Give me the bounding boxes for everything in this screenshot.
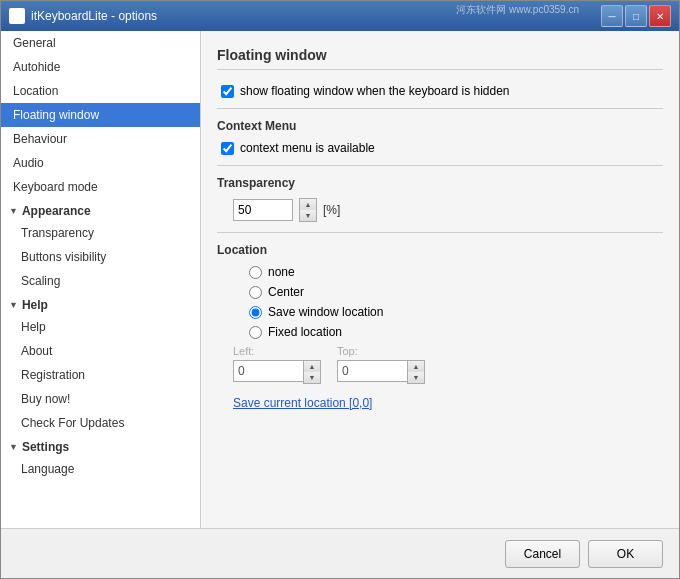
radio-save-window-row: Save window location <box>249 305 663 319</box>
show-floating-checkbox[interactable] <box>221 85 234 98</box>
sidebar-item-location[interactable]: Location <box>1 79 200 103</box>
top-coord-item: Top: 0 ▲ ▼ <box>337 345 425 384</box>
transparency-arrows: ▲ ▼ <box>299 198 317 222</box>
close-button[interactable]: ✕ <box>649 5 671 27</box>
ok-button[interactable]: OK <box>588 540 663 568</box>
transparency-input[interactable]: 50 <box>233 199 293 221</box>
radio-save-window[interactable] <box>249 306 262 319</box>
radio-fixed[interactable] <box>249 326 262 339</box>
sidebar-item-scaling[interactable]: Scaling <box>1 269 200 293</box>
location-group-label: Location <box>217 243 663 257</box>
sidebar-section-help-label: Help <box>22 298 48 312</box>
sidebar-section-help: ▼ Help <box>1 293 200 315</box>
radio-fixed-label: Fixed location <box>268 325 342 339</box>
left-coord-arrows: ▲ ▼ <box>303 360 321 384</box>
sidebar-item-buy-now[interactable]: Buy now! <box>1 387 200 411</box>
top-coord-input-wrap: 0 ▲ ▼ <box>337 360 425 384</box>
sidebar-item-check-updates[interactable]: Check For Updates <box>1 411 200 435</box>
radio-center-label: Center <box>268 285 304 299</box>
divider-1 <box>217 108 663 109</box>
sidebar-item-registration[interactable]: Registration <box>1 363 200 387</box>
sidebar-item-floating-window[interactable]: Floating window <box>1 103 200 127</box>
top-coord-down[interactable]: ▼ <box>408 372 424 383</box>
top-coord-input[interactable]: 0 <box>337 360 407 382</box>
sidebar-item-language[interactable]: Language <box>1 457 200 481</box>
context-menu-row: context menu is available <box>221 141 663 155</box>
transparency-group-label: Transparency <box>217 176 663 190</box>
transparency-down-arrow[interactable]: ▼ <box>300 210 316 221</box>
top-coord-arrows: ▲ ▼ <box>407 360 425 384</box>
top-coord-up[interactable]: ▲ <box>408 361 424 372</box>
watermark: 河东软件网 www.pc0359.cn <box>456 3 579 17</box>
divider-2 <box>217 165 663 166</box>
transparency-spinner-group: 50 ▲ ▼ [%] <box>233 198 663 222</box>
content-area: Floating window show floating window whe… <box>201 31 679 528</box>
cancel-button[interactable]: Cancel <box>505 540 580 568</box>
show-floating-row: show floating window when the keyboard i… <box>221 84 663 98</box>
show-floating-label: show floating window when the keyboard i… <box>240 84 510 98</box>
sidebar-section-appearance-label: Appearance <box>22 204 91 218</box>
left-coord-label: Left: <box>233 345 321 357</box>
sidebar-item-about[interactable]: About <box>1 339 200 363</box>
sidebar-item-autohide[interactable]: Autohide <box>1 55 200 79</box>
sidebar-section-settings-label: Settings <box>22 440 69 454</box>
radio-fixed-row: Fixed location <box>249 325 663 339</box>
sidebar-item-audio[interactable]: Audio <box>1 151 200 175</box>
context-menu-label: context menu is available <box>240 141 375 155</box>
save-current-location-link[interactable]: Save current location [0,0] <box>233 396 372 410</box>
radio-none-label: none <box>268 265 295 279</box>
sidebar-item-behaviour[interactable]: Behaviour <box>1 127 200 151</box>
collapse-triangle-settings: ▼ <box>9 442 18 452</box>
main-content: General Autohide Location Floating windo… <box>1 31 679 528</box>
footer: Cancel OK <box>1 528 679 578</box>
transparency-unit: [%] <box>323 203 340 217</box>
location-options: none Center Save window location Fixed l… <box>233 265 663 339</box>
sidebar-item-keyboard-mode[interactable]: Keyboard mode <box>1 175 200 199</box>
radio-none-row: none <box>249 265 663 279</box>
sidebar-item-transparency[interactable]: Transparency <box>1 221 200 245</box>
transparency-up-arrow[interactable]: ▲ <box>300 199 316 210</box>
sidebar-item-general[interactable]: General <box>1 31 200 55</box>
context-menu-checkbox[interactable] <box>221 142 234 155</box>
sidebar-item-help[interactable]: Help <box>1 315 200 339</box>
app-icon <box>9 8 25 24</box>
minimize-button[interactable]: ─ <box>601 5 623 27</box>
sidebar-item-buttons-visibility[interactable]: Buttons visibility <box>1 245 200 269</box>
sidebar-section-settings: ▼ Settings <box>1 435 200 457</box>
titlebar: itKeyboardLite - options 河东软件网 www.pc035… <box>1 1 679 31</box>
radio-center-row: Center <box>249 285 663 299</box>
top-coord-label: Top: <box>337 345 425 357</box>
context-menu-group-label: Context Menu <box>217 119 663 133</box>
left-coord-up[interactable]: ▲ <box>304 361 320 372</box>
divider-3 <box>217 232 663 233</box>
radio-center[interactable] <box>249 286 262 299</box>
left-coord-down[interactable]: ▼ <box>304 372 320 383</box>
collapse-triangle-help: ▼ <box>9 300 18 310</box>
radio-save-window-label: Save window location <box>268 305 383 319</box>
left-coord-input[interactable]: 0 <box>233 360 303 382</box>
maximize-button[interactable]: □ <box>625 5 647 27</box>
left-coord-item: Left: 0 ▲ ▼ <box>233 345 321 384</box>
titlebar-buttons: ─ □ ✕ <box>601 5 671 27</box>
coord-group: Left: 0 ▲ ▼ Top: 0 ▲ <box>233 345 663 384</box>
radio-none[interactable] <box>249 266 262 279</box>
sidebar: General Autohide Location Floating windo… <box>1 31 201 528</box>
collapse-triangle-appearance: ▼ <box>9 206 18 216</box>
left-coord-input-wrap: 0 ▲ ▼ <box>233 360 321 384</box>
section-title: Floating window <box>217 47 663 70</box>
sidebar-section-appearance: ▼ Appearance <box>1 199 200 221</box>
main-window: itKeyboardLite - options 河东软件网 www.pc035… <box>0 0 680 579</box>
